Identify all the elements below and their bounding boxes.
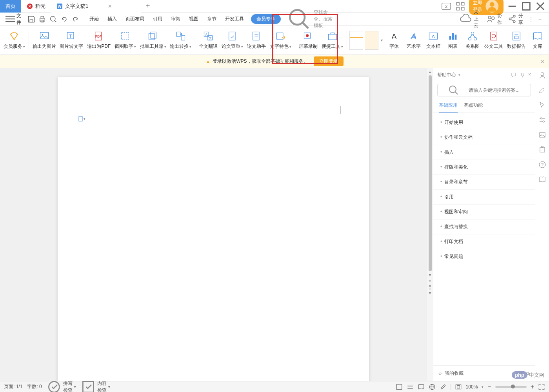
ribbon-official-doc[interactable]: 公文工具: [482, 29, 505, 51]
view-web-icon[interactable]: [429, 383, 436, 390]
help-item[interactable]: 插入: [433, 145, 535, 160]
help-item[interactable]: 查找与替换: [433, 220, 535, 234]
undo-icon[interactable]: [60, 15, 68, 23]
rail-settings-icon[interactable]: [538, 116, 546, 124]
ribbon-chart[interactable]: 图表: [443, 29, 463, 51]
ribbon-diagram[interactable]: 关系图: [463, 29, 482, 51]
ribbon-library[interactable]: 文库: [528, 29, 547, 51]
zoom-slider[interactable]: [495, 386, 527, 388]
help-item[interactable]: 排版和美化: [433, 160, 535, 175]
help-tab-basic[interactable]: 基础应用: [439, 102, 458, 113]
help-item[interactable]: 视图和审阅: [433, 205, 535, 220]
zoom-level[interactable]: 100%: [466, 384, 478, 390]
help-item[interactable]: 目录和章节: [433, 175, 535, 190]
tab-document[interactable]: W 文字文稿1 ×: [51, 0, 141, 13]
rail-book-icon[interactable]: [538, 176, 546, 183]
print-icon[interactable]: [38, 15, 46, 23]
ribbon-translate[interactable]: A文全文翻译: [197, 29, 220, 51]
ribbon-export-image[interactable]: 输出为图片: [31, 29, 58, 51]
rail-assistant-icon[interactable]: [538, 71, 546, 79]
ribbon-text-effects[interactable]: 文字特色: [268, 29, 293, 51]
rail-image-icon[interactable]: [538, 131, 546, 139]
zoom-out-button[interactable]: −: [487, 383, 491, 390]
save-icon[interactable]: [27, 15, 35, 23]
view-fit-icon[interactable]: [455, 383, 462, 390]
search-command[interactable]: 查找命令、搜索模板: [286, 6, 336, 32]
redo-icon[interactable]: [71, 15, 79, 23]
scroll-down-icon[interactable]: ▼: [428, 273, 432, 277]
ribbon-thesis-helper[interactable]: 论文助手: [245, 29, 268, 51]
scroll-down2-icon[interactable]: ▼: [428, 291, 432, 295]
view-outline-icon[interactable]: [407, 383, 414, 390]
help-tab-features[interactable]: 亮点功能: [464, 102, 483, 113]
pin-icon[interactable]: [520, 72, 525, 78]
scroll-up2-icon[interactable]: ▲: [428, 283, 432, 287]
view-read-icon[interactable]: [418, 383, 425, 390]
help-item[interactable]: 开始使用: [433, 115, 535, 130]
banner-close-button[interactable]: ×: [541, 58, 544, 65]
menu-tab[interactable]: 章节: [203, 13, 220, 25]
ribbon-wordart[interactable]: A艺术字: [404, 29, 424, 51]
zoom-in-button[interactable]: +: [531, 383, 534, 390]
rail-edit-icon[interactable]: [538, 86, 546, 94]
rail-plugin-icon[interactable]: [538, 146, 546, 154]
menu-tab[interactable]: 开发工具: [221, 13, 248, 25]
ribbon-export-pdf[interactable]: PDF输出为PDF: [85, 29, 113, 51]
help-item[interactable]: 引用: [433, 190, 535, 205]
tab-docker[interactable]: 稻壳: [21, 0, 51, 13]
fullscreen-icon[interactable]: [538, 383, 545, 390]
rail-select-icon[interactable]: [538, 101, 546, 109]
status-words[interactable]: 字数: 0: [27, 383, 42, 390]
ribbon-member-service[interactable]: 会员服务: [2, 29, 27, 51]
preview-icon[interactable]: [49, 15, 57, 23]
chevron-down-icon[interactable]: ▾: [458, 73, 460, 77]
collab-button[interactable]: 协作: [486, 13, 503, 26]
help-item[interactable]: 常见问题: [433, 249, 535, 264]
menu-tab[interactable]: 插入: [104, 13, 121, 25]
help-search-input[interactable]: [469, 87, 527, 93]
ribbon-screenshot-ocr[interactable]: 截图取字: [113, 29, 138, 51]
view-focus-icon[interactable]: [440, 383, 447, 390]
section-indicator[interactable]: ▾: [78, 116, 85, 122]
object-browse-icon[interactable]: ○: [428, 287, 432, 291]
ribbon-plagiarism[interactable]: 论文查重: [220, 29, 245, 51]
more-icon[interactable]: ⋮: [529, 16, 533, 22]
chat-icon[interactable]: [511, 72, 516, 78]
menu-tab[interactable]: 审阅: [167, 13, 184, 25]
favorites-link[interactable]: 我的收藏: [445, 370, 464, 377]
ribbon-batch-tools[interactable]: 批量工具箱: [138, 29, 168, 51]
status-contentcheck[interactable]: 内容检查▾: [81, 379, 110, 392]
badge-icon[interactable]: 2: [441, 1, 452, 12]
template-thumbnail[interactable]: [365, 31, 378, 50]
document-page[interactable]: ▾: [58, 77, 369, 381]
tab-add-button[interactable]: +: [141, 2, 155, 10]
ribbon-quick-tools[interactable]: 便捷工具: [320, 29, 345, 51]
scrollbar-thumb[interactable]: [429, 75, 432, 271]
tab-home[interactable]: 首页: [0, 0, 21, 13]
ribbon-textbox[interactable]: A文本框: [424, 29, 443, 51]
menu-tab[interactable]: 引用: [149, 13, 166, 25]
collapse-ribbon-icon[interactable]: ︿: [538, 16, 543, 22]
menu-tab[interactable]: 页面布局: [122, 13, 148, 25]
status-spellcheck[interactable]: 拼写检查▾: [47, 379, 76, 392]
template-more-icon[interactable]: ▾: [379, 38, 384, 42]
help-item[interactable]: 协作和云文档: [433, 130, 535, 145]
file-menu[interactable]: 文件: [3, 13, 24, 26]
document-area[interactable]: ▾: [0, 68, 427, 381]
prev-page-icon[interactable]: ≡: [428, 279, 432, 283]
menu-tab[interactable]: 视图: [185, 13, 202, 25]
ribbon-image-to-text[interactable]: T图片转文字: [58, 29, 85, 51]
status-page[interactable]: 页面: 1/1: [4, 383, 22, 390]
ribbon-font[interactable]: A字体: [384, 29, 404, 51]
ribbon-screen-record[interactable]: 屏幕录制: [297, 29, 320, 51]
vertical-scrollbar[interactable]: ▲ ▼ ≡ ▲ ○ ▼: [427, 68, 433, 381]
template-thumbnail[interactable]: [349, 31, 363, 50]
help-item[interactable]: 打印文档: [433, 234, 535, 249]
cloud-status[interactable]: 未上云: [460, 9, 482, 29]
banner-login-button[interactable]: 立即登录: [314, 56, 344, 66]
tab-close-button[interactable]: ×: [108, 3, 111, 10]
panel-close-icon[interactable]: ×: [528, 72, 531, 78]
menu-tab[interactable]: 开始: [85, 13, 103, 25]
share-button[interactable]: 分享: [507, 13, 524, 26]
scroll-up-icon[interactable]: ▲: [428, 70, 432, 74]
